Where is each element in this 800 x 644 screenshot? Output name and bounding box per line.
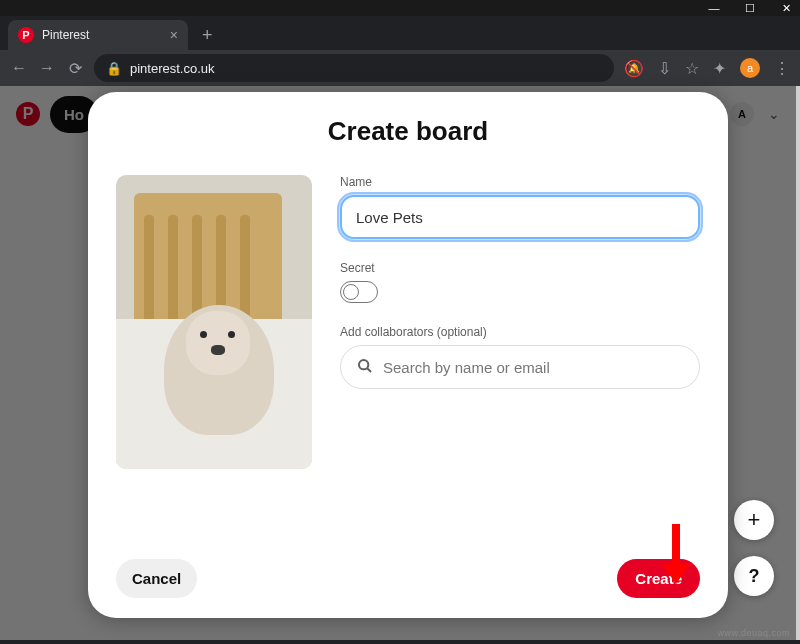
create-board-modal: Create board Name Secret	[88, 92, 728, 618]
url-text: pinterest.co.uk	[130, 61, 215, 76]
lock-icon: 🔒	[106, 61, 122, 76]
tab-close-button[interactable]: ×	[170, 27, 178, 43]
chrome-menu-button[interactable]: ⋮	[774, 59, 790, 78]
tab-title: Pinterest	[42, 28, 89, 42]
collaborators-field-label: Add collaborators (optional)	[340, 325, 700, 339]
svg-line-1	[367, 368, 371, 372]
window-titlebar: — ☐ ✕	[0, 0, 800, 16]
search-icon	[357, 358, 373, 377]
bookmark-star-icon[interactable]: ☆	[685, 59, 699, 78]
window-maximize-button[interactable]: ☐	[744, 2, 756, 14]
board-cover-thumbnail	[116, 175, 312, 469]
browser-tabstrip: P Pinterest × +	[0, 16, 800, 50]
toggle-knob	[343, 284, 359, 300]
mute-icon[interactable]: 🔕	[624, 59, 644, 78]
address-bar[interactable]: 🔒 pinterest.co.uk	[94, 54, 614, 82]
create-button[interactable]: Create	[617, 559, 700, 598]
extensions-icon[interactable]: ✦	[713, 59, 726, 78]
chrome-profile-avatar[interactable]: a	[740, 58, 760, 78]
new-tab-button[interactable]: +	[194, 25, 221, 50]
board-name-input[interactable]	[340, 195, 700, 239]
collaborators-search-input[interactable]: Search by name or email	[340, 345, 700, 389]
page-scrollbar[interactable]	[796, 86, 800, 640]
help-fab-button[interactable]: ?	[734, 556, 774, 596]
secret-toggle[interactable]	[340, 281, 378, 303]
pinterest-favicon-icon: P	[18, 27, 34, 43]
nav-back-button[interactable]: ←	[10, 59, 28, 77]
nav-reload-button[interactable]: ⟳	[66, 59, 84, 78]
window-minimize-button[interactable]: —	[708, 2, 720, 14]
name-field-label: Name	[340, 175, 700, 189]
secret-field-label: Secret	[340, 261, 700, 275]
modal-title: Create board	[116, 116, 700, 147]
browser-tab-active[interactable]: P Pinterest ×	[8, 20, 188, 50]
browser-toolbar: ← → ⟳ 🔒 pinterest.co.uk 🔕 ⇩ ☆ ✦ a ⋮	[0, 50, 800, 86]
cancel-button[interactable]: Cancel	[116, 559, 197, 598]
collaborators-placeholder: Search by name or email	[383, 359, 550, 376]
window-close-button[interactable]: ✕	[780, 2, 792, 14]
svg-point-0	[359, 360, 368, 369]
nav-forward-button[interactable]: →	[38, 59, 56, 77]
install-icon[interactable]: ⇩	[658, 59, 671, 78]
create-fab-button[interactable]: +	[734, 500, 774, 540]
watermark-text: www.deuaq.com	[717, 628, 790, 638]
